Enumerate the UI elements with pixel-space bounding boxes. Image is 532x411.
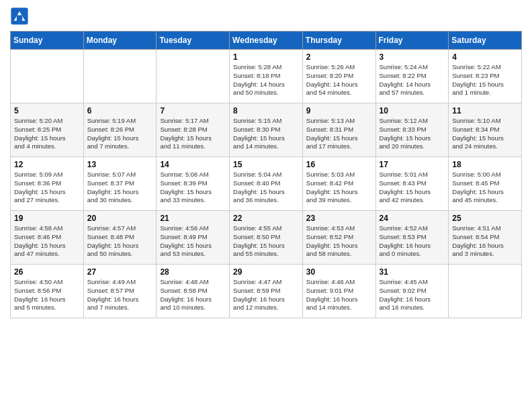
- calendar-cell: 5Sunrise: 5:20 AM Sunset: 8:25 PM Daylig…: [11, 103, 84, 157]
- calendar-cell: 13Sunrise: 5:07 AM Sunset: 8:37 PM Dayli…: [83, 157, 157, 211]
- week-row-5: 26Sunrise: 4:50 AM Sunset: 8:56 PM Dayli…: [11, 265, 522, 318]
- calendar-cell: 14Sunrise: 5:06 AM Sunset: 8:39 PM Dayli…: [157, 157, 230, 211]
- calendar-cell: 2Sunrise: 5:26 AM Sunset: 8:20 PM Daylig…: [302, 50, 375, 103]
- week-row-3: 12Sunrise: 5:09 AM Sunset: 8:36 PM Dayli…: [11, 157, 522, 211]
- calendar-cell: 6Sunrise: 5:19 AM Sunset: 8:26 PM Daylig…: [83, 103, 157, 157]
- day-info: Sunrise: 5:15 AM Sunset: 8:30 PM Dayligh…: [233, 117, 299, 151]
- day-number: 27: [87, 267, 153, 277]
- week-row-1: 1Sunrise: 5:28 AM Sunset: 8:18 PM Daylig…: [11, 50, 522, 103]
- day-number: 12: [14, 160, 80, 169]
- calendar-table: SundayMondayTuesdayWednesdayThursdayFrid…: [10, 31, 522, 318]
- day-info: Sunrise: 5:26 AM Sunset: 8:20 PM Dayligh…: [306, 63, 372, 97]
- calendar-cell: 12Sunrise: 5:09 AM Sunset: 8:36 PM Dayli…: [11, 157, 84, 211]
- day-number: 20: [87, 214, 153, 223]
- weekday-header-row: SundayMondayTuesdayWednesdayThursdayFrid…: [11, 32, 522, 50]
- calendar-cell: 11Sunrise: 5:10 AM Sunset: 8:34 PM Dayli…: [449, 103, 522, 157]
- day-info: Sunrise: 5:06 AM Sunset: 8:39 PM Dayligh…: [160, 171, 226, 205]
- weekday-header-saturday: Saturday: [449, 32, 522, 50]
- calendar-cell: [11, 50, 84, 103]
- calendar-cell: 28Sunrise: 4:48 AM Sunset: 8:58 PM Dayli…: [157, 265, 230, 318]
- calendar-cell: 19Sunrise: 4:58 AM Sunset: 8:46 PM Dayli…: [11, 211, 84, 265]
- calendar-cell: 27Sunrise: 4:49 AM Sunset: 8:57 PM Dayli…: [83, 265, 157, 318]
- calendar-cell: [449, 265, 522, 318]
- day-number: 14: [160, 160, 226, 169]
- day-number: 11: [452, 106, 518, 116]
- day-info: Sunrise: 4:58 AM Sunset: 8:46 PM Dayligh…: [14, 224, 80, 259]
- day-info: Sunrise: 4:45 AM Sunset: 9:02 PM Dayligh…: [380, 278, 445, 312]
- day-number: 15: [233, 160, 299, 169]
- day-number: 23: [306, 214, 372, 223]
- day-info: Sunrise: 4:52 AM Sunset: 8:53 PM Dayligh…: [380, 224, 445, 259]
- day-number: 13: [87, 160, 153, 169]
- calendar-cell: [83, 50, 157, 103]
- day-info: Sunrise: 5:00 AM Sunset: 8:45 PM Dayligh…: [452, 171, 518, 205]
- day-number: 4: [452, 52, 518, 62]
- logo-icon: [10, 7, 29, 26]
- day-number: 30: [306, 267, 372, 277]
- calendar-cell: 8Sunrise: 5:15 AM Sunset: 8:30 PM Daylig…: [230, 103, 303, 157]
- day-number: 10: [380, 106, 445, 116]
- weekday-header-monday: Monday: [83, 32, 157, 50]
- calendar-cell: 22Sunrise: 4:55 AM Sunset: 8:50 PM Dayli…: [230, 211, 303, 265]
- calendar-cell: 31Sunrise: 4:45 AM Sunset: 9:02 PM Dayli…: [375, 265, 449, 318]
- day-number: 9: [306, 106, 372, 116]
- calendar-cell: 9Sunrise: 5:13 AM Sunset: 8:31 PM Daylig…: [302, 103, 375, 157]
- week-row-2: 5Sunrise: 5:20 AM Sunset: 8:25 PM Daylig…: [11, 103, 522, 157]
- calendar-cell: 29Sunrise: 4:47 AM Sunset: 8:59 PM Dayli…: [230, 265, 303, 318]
- day-info: Sunrise: 4:50 AM Sunset: 8:56 PM Dayligh…: [14, 278, 80, 312]
- weekday-header-thursday: Thursday: [302, 32, 375, 50]
- day-info: Sunrise: 5:19 AM Sunset: 8:26 PM Dayligh…: [87, 117, 153, 151]
- svg-rect-2: [17, 15, 22, 21]
- day-info: Sunrise: 5:10 AM Sunset: 8:34 PM Dayligh…: [452, 117, 518, 151]
- calendar-cell: 16Sunrise: 5:03 AM Sunset: 8:42 PM Dayli…: [302, 157, 375, 211]
- day-number: 5: [14, 106, 80, 116]
- day-info: Sunrise: 5:03 AM Sunset: 8:42 PM Dayligh…: [306, 171, 372, 205]
- day-info: Sunrise: 4:55 AM Sunset: 8:50 PM Dayligh…: [233, 224, 299, 259]
- day-number: 29: [233, 267, 299, 277]
- day-info: Sunrise: 4:48 AM Sunset: 8:58 PM Dayligh…: [160, 278, 226, 312]
- weekday-header-wednesday: Wednesday: [230, 32, 303, 50]
- day-number: 17: [380, 160, 445, 169]
- calendar-cell: 21Sunrise: 4:56 AM Sunset: 8:49 PM Dayli…: [157, 211, 230, 265]
- day-info: Sunrise: 5:28 AM Sunset: 8:18 PM Dayligh…: [233, 63, 299, 97]
- day-number: 28: [160, 267, 226, 277]
- calendar-cell: 30Sunrise: 4:46 AM Sunset: 9:01 PM Dayli…: [302, 265, 375, 318]
- day-info: Sunrise: 5:07 AM Sunset: 8:37 PM Dayligh…: [87, 171, 153, 205]
- calendar-cell: [157, 50, 230, 103]
- day-number: 8: [233, 106, 299, 116]
- day-number: 1: [233, 52, 299, 62]
- day-info: Sunrise: 4:53 AM Sunset: 8:52 PM Dayligh…: [306, 224, 372, 259]
- day-number: 3: [380, 52, 445, 62]
- day-info: Sunrise: 4:56 AM Sunset: 8:49 PM Dayligh…: [160, 224, 226, 259]
- calendar-cell: 24Sunrise: 4:52 AM Sunset: 8:53 PM Dayli…: [375, 211, 449, 265]
- calendar-cell: 25Sunrise: 4:51 AM Sunset: 8:54 PM Dayli…: [449, 211, 522, 265]
- day-number: 6: [87, 106, 153, 116]
- calendar-cell: 18Sunrise: 5:00 AM Sunset: 8:45 PM Dayli…: [449, 157, 522, 211]
- calendar-cell: 17Sunrise: 5:01 AM Sunset: 8:43 PM Dayli…: [375, 157, 449, 211]
- calendar-cell: 23Sunrise: 4:53 AM Sunset: 8:52 PM Dayli…: [302, 211, 375, 265]
- day-info: Sunrise: 5:20 AM Sunset: 8:25 PM Dayligh…: [14, 117, 80, 151]
- day-info: Sunrise: 5:13 AM Sunset: 8:31 PM Dayligh…: [306, 117, 372, 151]
- day-info: Sunrise: 5:12 AM Sunset: 8:33 PM Dayligh…: [380, 117, 445, 151]
- page-header: [10, 7, 522, 26]
- day-info: Sunrise: 4:47 AM Sunset: 8:59 PM Dayligh…: [233, 278, 299, 312]
- day-info: Sunrise: 4:51 AM Sunset: 8:54 PM Dayligh…: [452, 224, 518, 259]
- day-info: Sunrise: 4:46 AM Sunset: 9:01 PM Dayligh…: [306, 278, 372, 312]
- day-info: Sunrise: 5:01 AM Sunset: 8:43 PM Dayligh…: [380, 171, 445, 205]
- day-number: 21: [160, 214, 226, 223]
- day-number: 22: [233, 214, 299, 223]
- day-number: 26: [14, 267, 80, 277]
- day-info: Sunrise: 5:24 AM Sunset: 8:22 PM Dayligh…: [380, 63, 445, 97]
- day-number: 2: [306, 52, 372, 62]
- weekday-header-sunday: Sunday: [11, 32, 84, 50]
- day-number: 31: [380, 267, 445, 277]
- day-info: Sunrise: 5:09 AM Sunset: 8:36 PM Dayligh…: [14, 171, 80, 205]
- day-number: 7: [160, 106, 226, 116]
- week-row-4: 19Sunrise: 4:58 AM Sunset: 8:46 PM Dayli…: [11, 211, 522, 265]
- calendar-cell: 1Sunrise: 5:28 AM Sunset: 8:18 PM Daylig…: [230, 50, 303, 103]
- calendar-cell: 7Sunrise: 5:17 AM Sunset: 8:28 PM Daylig…: [157, 103, 230, 157]
- calendar-cell: 3Sunrise: 5:24 AM Sunset: 8:22 PM Daylig…: [375, 50, 449, 103]
- day-info: Sunrise: 5:22 AM Sunset: 8:23 PM Dayligh…: [452, 63, 518, 97]
- calendar-cell: 20Sunrise: 4:57 AM Sunset: 8:48 PM Dayli…: [83, 211, 157, 265]
- day-number: 18: [452, 160, 518, 169]
